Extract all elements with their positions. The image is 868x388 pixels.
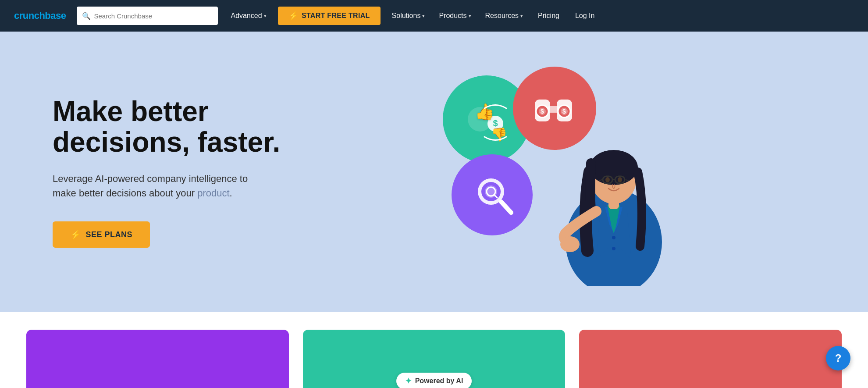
svg-line-17 — [501, 202, 511, 213]
help-button[interactable]: ? — [826, 346, 850, 370]
solutions-label: Solutions — [392, 12, 421, 20]
advanced-chevron-icon: ▾ — [264, 13, 267, 19]
cta-label: START FREE TRIAL — [302, 12, 370, 20]
see-plans-label: SEE PLANS — [86, 230, 133, 239]
search-input[interactable] — [94, 12, 213, 20]
resources-label: Resources — [485, 12, 519, 20]
help-icon: ? — [835, 352, 842, 364]
advanced-label: Advanced — [231, 12, 262, 20]
magnifying-glass-icon — [466, 169, 519, 221]
svg-point-30 — [618, 177, 622, 182]
circle-purple — [452, 154, 533, 235]
powered-by-label: Powered by AI — [415, 377, 463, 385]
hero-subtitle-end: . — [230, 188, 232, 199]
see-plans-bolt-icon: ⚡ — [70, 229, 82, 240]
search-box: 🔍 — [77, 7, 218, 25]
illustration-wrap: $ 👍 👎 — [416, 58, 723, 286]
hero-title-line2: decisions, faster. — [53, 126, 280, 158]
products-label: Products — [439, 12, 466, 20]
nav-solutions[interactable]: Solutions ▾ — [386, 8, 431, 23]
hero-illustration: $ 👍 👎 — [324, 58, 815, 286]
money-hands-icon: $ 👍 👎 — [458, 91, 515, 148]
solutions-chevron-icon: ▾ — [422, 13, 425, 19]
resources-chevron-icon: ▾ — [520, 13, 523, 19]
bottom-card-purple — [26, 330, 289, 388]
hero-section: Make better decisions, faster. Leverage … — [0, 32, 868, 312]
bottom-section: ✦ Powered by AI — [0, 312, 868, 388]
hero-text: Make better decisions, faster. Leverage … — [53, 96, 324, 248]
nav-pricing[interactable]: Pricing — [531, 8, 566, 23]
logo-text: crunchbase — [14, 10, 66, 21]
login-label: Log In — [575, 12, 594, 19]
hero-title: Make better decisions, faster. — [53, 96, 324, 158]
navbar: crunchbase 🔍 Advanced ▾ ⚡ START FREE TRI… — [0, 0, 868, 32]
nav-products[interactable]: Products ▾ — [433, 8, 477, 23]
star-icon: ✦ — [405, 376, 412, 386]
pricing-label: Pricing — [538, 12, 559, 19]
svg-point-33 — [612, 247, 615, 250]
nav-login[interactable]: Log In — [568, 8, 601, 23]
logo[interactable]: crunchbase — [14, 10, 66, 21]
svg-point-32 — [612, 236, 615, 239]
bottom-card-teal: ✦ Powered by AI — [303, 330, 566, 388]
powered-by-badge: ✦ Powered by AI — [396, 373, 472, 388]
svg-point-29 — [605, 177, 610, 182]
person-svg — [539, 75, 688, 286]
hero-subtitle-highlight: product — [197, 188, 229, 199]
svg-point-31 — [560, 236, 580, 252]
bottom-card-red — [579, 330, 842, 388]
person-figure — [539, 75, 688, 286]
start-free-trial-button[interactable]: ⚡ START FREE TRIAL — [278, 7, 381, 25]
nav-advanced[interactable]: Advanced ▾ — [225, 8, 273, 23]
see-plans-button[interactable]: ⚡ SEE PLANS — [53, 221, 150, 248]
cta-bolt-icon: ⚡ — [288, 11, 298, 21]
nav-items: Advanced ▾ ⚡ START FREE TRIAL Solutions … — [225, 7, 854, 25]
search-icon: 🔍 — [82, 12, 91, 20]
nav-resources[interactable]: Resources ▾ — [479, 8, 529, 23]
products-chevron-icon: ▾ — [469, 13, 471, 19]
hero-subtitle: Leverage AI-powered company intelligence… — [53, 171, 281, 200]
hero-title-line1: Make better — [53, 96, 209, 127]
